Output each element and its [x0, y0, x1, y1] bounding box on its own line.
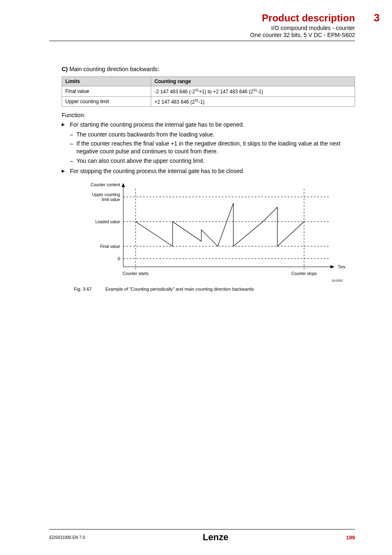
table-row: Upper counting limit +2 147 483 646 (231…: [62, 97, 355, 107]
counter-chart: Counter content Upper counting limit val…: [74, 180, 355, 285]
header-rule: [49, 41, 355, 41]
cell-upper-limit-range: +2 147 483 646 (231-1): [151, 97, 355, 107]
section-c-heading: C) Main counting direction backwards:: [62, 66, 355, 72]
chapter-number: 3: [374, 12, 380, 24]
svg-marker-3: [330, 265, 334, 268]
footer-logo: Lenze: [203, 532, 228, 543]
y-label-final: Final value: [100, 244, 120, 249]
text: +1) to +2 147 483 646 (2: [199, 89, 253, 95]
figure-number: Fig. 3-67: [74, 287, 92, 291]
page-header: Product description 3 I/O compound modul…: [49, 12, 355, 41]
figure-text: Example of "Counting periodically" and m…: [105, 287, 254, 291]
bullet-list: For starting the counting process the in…: [62, 121, 355, 176]
section-c-text: Main counting direction backwards:: [69, 66, 159, 72]
x-label-starts: Counter starts: [123, 271, 149, 276]
limits-table: Limits Counting range Final value -2 147…: [62, 76, 355, 107]
bullet-item: For stopping the counting process the in…: [62, 167, 355, 176]
footer-doc-id: EDSIO1000 EN 7.0: [49, 535, 85, 540]
y-label-upper-2: limit value: [102, 197, 120, 202]
sub-item: The counter counts backwards from the lo…: [70, 131, 355, 139]
x-label-time: Time: [338, 265, 345, 269]
header-subtitle-1: I/O compound modules - counter: [49, 25, 355, 31]
svg-marker-1: [122, 183, 125, 187]
th-counting-range: Counting range: [151, 77, 355, 86]
figure-caption: Fig. 3-67 Example of "Counting periodica…: [74, 287, 355, 291]
sup: 31: [195, 98, 198, 102]
y-label-counter-content: Counter content: [91, 183, 120, 187]
th-limits: Limits: [62, 77, 151, 86]
bullet-text: For starting the counting process the in…: [70, 121, 244, 128]
chart-code: SLIO037: [332, 279, 343, 282]
sub-list: The counter counts backwards from the lo…: [70, 131, 355, 165]
table-header-row: Limits Counting range: [62, 77, 355, 86]
sub-item: If the counter reaches the final value +…: [70, 140, 355, 155]
bullet-item: For starting the counting process the in…: [62, 121, 355, 165]
text: -2 147 483 646 (-2: [154, 89, 195, 95]
x-label-stops: Counter stops: [291, 271, 317, 276]
chart-svg: Counter content Upper counting limit val…: [74, 180, 345, 283]
cell-final-value-label: Final value: [62, 86, 151, 97]
cell-final-value-range: -2 147 483 646 (-231+1) to +2 147 483 64…: [151, 86, 355, 97]
cell-upper-limit-label: Upper counting limit: [62, 97, 151, 107]
footer-rule: [49, 529, 355, 530]
function-label: Function:: [62, 112, 355, 118]
y-label-loaded: Loaded value: [95, 220, 120, 224]
sub-item: You can also count above the upper count…: [70, 157, 355, 165]
sup: 31: [253, 88, 257, 92]
footer-page-number: 199: [346, 534, 355, 541]
text: -1): [257, 89, 263, 95]
header-subtitle-2: One counter 32 bits, 5 V DC - EPM-S602: [49, 32, 355, 38]
page-title: Product description: [262, 12, 355, 24]
text: +2 147 483 646 (2: [154, 99, 195, 105]
page-footer: EDSIO1000 EN 7.0 Lenze 199: [0, 529, 392, 543]
text: -1): [198, 99, 205, 105]
section-c-label: C): [62, 66, 68, 72]
table-row: Final value -2 147 483 646 (-231+1) to +…: [62, 86, 355, 97]
y-label-upper-1: Upper counting: [92, 192, 120, 197]
y-label-zero: 0: [118, 257, 120, 261]
sup: 31: [195, 88, 199, 92]
